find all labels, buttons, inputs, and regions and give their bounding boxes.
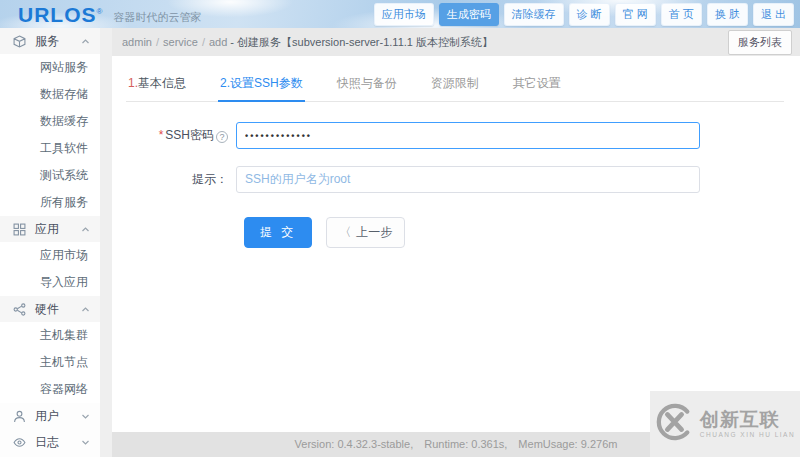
breadcrumb-separator: / — [156, 36, 159, 48]
vendor-logo-icon — [655, 403, 693, 445]
sidebar-item-tool-software[interactable]: 工具软件 — [0, 135, 100, 162]
sidebar-item-all-services[interactable]: 所有服务 — [0, 189, 100, 216]
version-status-text: Version: 0.4.32.3-stable, Runtime: 0.361… — [295, 438, 618, 450]
server-icon — [13, 35, 26, 48]
submit-button[interactable]: 提 交 — [244, 217, 312, 248]
sidebar-group-label: 日志 — [35, 434, 59, 451]
chevron-up-icon — [81, 37, 90, 46]
form-row-hint: 提示： — [112, 166, 800, 193]
user-icon — [13, 410, 26, 423]
sidebar-item-container-network[interactable]: 容器网络 — [0, 376, 100, 403]
sidebar-content-divider — [100, 28, 112, 457]
content-card: 1.基本信息 2.设置SSH参数 快照与备份 资源限制 其它设置 *SSH密码?… — [112, 56, 800, 432]
app-logo: URLOS® — [18, 4, 103, 25]
chevron-left-icon: 〈 — [339, 225, 351, 239]
hint-input[interactable] — [236, 166, 700, 193]
tab-step-number: 1. — [128, 76, 138, 90]
sidebar-item-host-cluster[interactable]: 主机集群 — [0, 322, 100, 349]
sidebar-item-host-node[interactable]: 主机节点 — [0, 349, 100, 376]
chevron-down-icon — [81, 438, 90, 447]
chevron-up-icon — [81, 305, 90, 314]
page-title: - 创建服务【subversion-server-1.11.1 版本控制系统】 — [230, 36, 493, 48]
tab-step-number: 2. — [220, 76, 230, 90]
tab-basic-info[interactable]: 1.基本信息 — [126, 66, 188, 102]
chevron-down-icon — [81, 412, 90, 421]
breadcrumb-crumb[interactable]: add — [209, 36, 227, 48]
sidebar-item-website-service[interactable]: 网站服务 — [0, 54, 100, 81]
sidebar-group-label: 硬件 — [35, 301, 59, 318]
sidebar-group-services[interactable]: 服务 — [0, 28, 100, 54]
header-button-skin[interactable]: 换 肤 — [707, 3, 748, 26]
help-icon[interactable]: ? — [216, 131, 228, 143]
sidebar-item-app-market[interactable]: 应用市场 — [0, 242, 100, 269]
tab-ssh-params[interactable]: 2.设置SSH参数 — [218, 66, 305, 102]
header-button-diagnose[interactable]: 诊 断 — [569, 3, 610, 26]
registered-mark: ® — [97, 7, 104, 16]
log-icon — [13, 436, 26, 449]
header-button-clear-cache[interactable]: 清除缓存 — [504, 3, 564, 26]
breadcrumb-separator: / — [202, 36, 205, 48]
form-buttons: 提 交 〈上一步 — [244, 217, 800, 248]
sidebar-group-hardware[interactable]: 硬件 — [0, 296, 100, 322]
header-button-official-site[interactable]: 官 网 — [615, 3, 656, 26]
breadcrumb: admin/service/add - 创建服务【subversion-serv… — [122, 35, 493, 50]
sidebar-group-users[interactable]: 用户 — [0, 403, 100, 429]
hint-label: 提示： — [112, 171, 236, 188]
ssh-params-form: *SSH密码? 提示： 提 交 〈上一步 — [112, 122, 800, 248]
hardware-icon — [13, 303, 26, 316]
sidebar-item-data-storage[interactable]: 数据存储 — [0, 81, 100, 108]
tab-resource-limit[interactable]: 资源限制 — [429, 66, 481, 102]
tab-other-settings[interactable]: 其它设置 — [511, 66, 563, 102]
sidebar-group-logs[interactable]: 日志 — [0, 429, 100, 455]
sidebar-item-test-system[interactable]: 测试系统 — [0, 162, 100, 189]
tab-snapshot-backup[interactable]: 快照与备份 — [335, 66, 399, 102]
vendor-watermark: 创新互联 CHUANG XIN HU LIAN — [650, 391, 800, 457]
app-header: URLOS® 容器时代的云管家 应用市场 生成密码 清除缓存 诊 断 官 网 首… — [0, 0, 800, 28]
vendor-name: 创新互联 — [700, 410, 795, 429]
header-button-generate-password[interactable]: 生成密码 — [439, 3, 499, 26]
chevron-up-icon — [81, 225, 90, 234]
sidebar-group-label: 用户 — [35, 408, 59, 425]
previous-step-button[interactable]: 〈上一步 — [326, 217, 405, 248]
ssh-password-label: *SSH密码? — [112, 127, 236, 144]
apps-icon — [13, 223, 26, 236]
header-button-logout[interactable]: 退 出 — [753, 3, 794, 26]
header-buttons: 应用市场 生成密码 清除缓存 诊 断 官 网 首 页 换 肤 退 出 — [374, 3, 794, 26]
sidebar-group-label: 服务 — [35, 33, 59, 50]
step-tabs: 1.基本信息 2.设置SSH参数 快照与备份 资源限制 其它设置 — [126, 66, 784, 102]
required-mark: * — [159, 128, 164, 142]
service-list-button[interactable]: 服务列表 — [728, 30, 792, 55]
sidebar-group-apps[interactable]: 应用 — [0, 216, 100, 242]
breadcrumb-crumb[interactable]: service — [163, 36, 198, 48]
breadcrumb-crumb[interactable]: admin — [122, 36, 152, 48]
sidebar-item-import-app[interactable]: 导入应用 — [0, 269, 100, 296]
header-button-app-market[interactable]: 应用市场 — [374, 3, 434, 26]
form-row-ssh-password: *SSH密码? — [112, 122, 800, 149]
sidebar: 服务 网站服务 数据存储 数据缓存 工具软件 测试系统 所有服务 应用 应用市场… — [0, 28, 100, 457]
sidebar-item-data-cache[interactable]: 数据缓存 — [0, 108, 100, 135]
app-tagline: 容器时代的云管家 — [113, 10, 201, 25]
breadcrumb-bar: admin/service/add - 创建服务【subversion-serv… — [112, 28, 800, 56]
sidebar-group-label: 应用 — [35, 221, 59, 238]
vendor-subtitle: CHUANG XIN HU LIAN — [700, 432, 795, 439]
ssh-password-input[interactable] — [236, 122, 700, 149]
header-button-home[interactable]: 首 页 — [661, 3, 702, 26]
